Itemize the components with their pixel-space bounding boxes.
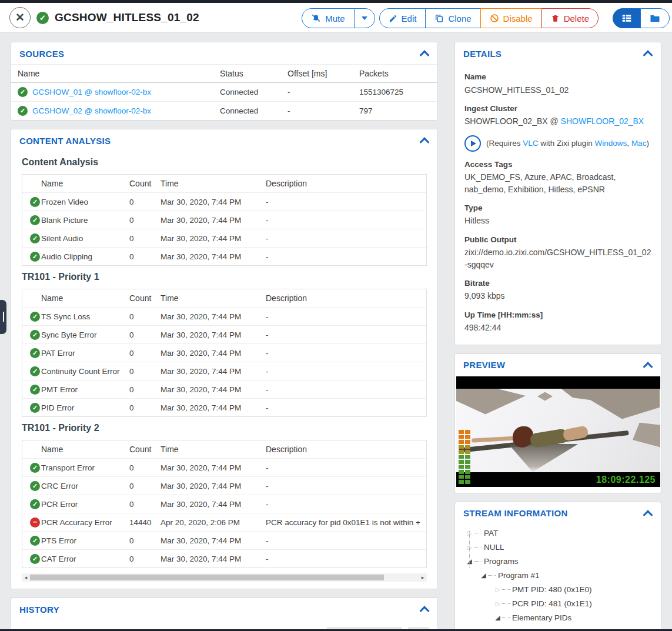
tree-node[interactable]: ▷ PMT PID: 480 (0x1E0): [463, 583, 653, 597]
metric-count: 14440: [129, 518, 161, 527]
tree-toggle-icon[interactable]: ◢: [466, 557, 473, 565]
details-collapse-button[interactable]: [643, 48, 653, 59]
close-button[interactable]: ✕: [9, 7, 31, 28]
tree-toggle-icon[interactable]: ▷: [466, 530, 473, 536]
table-row: Continuity Count Error 0 Mar 30, 2020, 7…: [22, 362, 426, 380]
horizontal-scrollbar[interactable]: ◂ ▸: [22, 573, 427, 582]
vlc-link[interactable]: VLC: [523, 139, 538, 148]
grid-view-button[interactable]: [613, 8, 641, 28]
check-circle-icon: [30, 481, 40, 491]
table-body: Transport Error 0 Mar 30, 2020, 7:44 PM …: [22, 458, 426, 567]
tree-toggle-icon[interactable]: ▷: [466, 544, 473, 550]
side-drawer-handle[interactable]: [0, 300, 6, 334]
details-panel-header: DETAILS: [455, 42, 661, 64]
preview-collapse-button[interactable]: [643, 359, 653, 371]
scrollbar-track[interactable]: [30, 574, 419, 581]
check-circle-icon: [30, 233, 40, 243]
source-link[interactable]: GCSHOW_01 @ showfloor-02-bx: [32, 88, 151, 96]
folder-icon: [650, 14, 660, 23]
play-row: (Requires VLC with Zixi plugin Windows, …: [464, 135, 651, 152]
tree-toggle-icon[interactable]: ▷: [494, 600, 502, 607]
metric-description: -: [266, 482, 426, 490]
tree-node[interactable]: ◢ Elementary PIDs: [463, 611, 653, 625]
audio-level-meter: [459, 430, 470, 484]
content-analysis-collapse-button[interactable]: [420, 135, 429, 146]
mute-button[interactable]: Mute: [302, 8, 354, 28]
table-row: CAT Error 0 Mar 30, 2020, 7:44 PM -: [22, 549, 426, 567]
tree-node[interactable]: ▷ NULL: [463, 540, 653, 555]
copy-icon: [434, 14, 444, 23]
scroll-left-arrow-icon[interactable]: ◂: [22, 573, 30, 582]
video-preview[interactable]: 18:09:22.125: [456, 376, 660, 487]
play-note: (Requires VLC with Zixi plugin Windows, …: [486, 138, 649, 149]
section-heading-tr101-p1: TR101 - Priority 1: [22, 272, 427, 282]
tree-toggle-icon[interactable]: ◢: [494, 614, 502, 622]
metric-description: -: [266, 385, 426, 394]
meter-segment: [459, 435, 464, 439]
disable-button[interactable]: Disable: [480, 8, 542, 28]
play-button[interactable]: [464, 135, 481, 152]
delete-button[interactable]: Delete: [541, 8, 599, 28]
mute-dropdown-button[interactable]: [354, 8, 375, 28]
window-top-edge: [0, 0, 672, 3]
stream-tree: ▷ PAT ▷ NULL ◢ Programs ◢ Program #1 ▷ P…: [463, 526, 653, 631]
table-row: PAT Error 0 Mar 30, 2020, 7:44 PM -: [22, 343, 426, 362]
clone-button[interactable]: Clone: [425, 8, 480, 28]
table-header-row: Name Count Time Description: [22, 440, 426, 458]
history-collapse-button[interactable]: [420, 603, 429, 615]
history-panel: HISTORY Last 24 hours ↻: [11, 597, 438, 631]
edit-label: Edit: [402, 14, 417, 24]
metric-count: 0: [129, 216, 161, 225]
column-header-count: Count: [129, 179, 161, 188]
scroll-right-arrow-icon[interactable]: ▸: [419, 573, 427, 582]
ingest-cluster-link[interactable]: SHOWFLOOR_02_BX: [561, 116, 644, 126]
field-label-access-tags: Access Tags: [464, 159, 651, 171]
metric-name: CRC Error: [41, 482, 129, 490]
scrollbar-thumb[interactable]: [30, 575, 384, 580]
mute-icon: [311, 14, 321, 24]
play-note-middle: with Zixi plugin: [539, 139, 595, 148]
metric-description: -: [266, 198, 426, 206]
stream-information-panel: STREAM INFORMATION ▷ PAT ▷ NULL ◢ Progra…: [454, 502, 661, 631]
preview-panel-title: PREVIEW: [463, 360, 505, 370]
column-header-count: Count: [129, 293, 161, 303]
table-body: Frozen Video 0 Mar 30, 2020, 7:44 PM - B…: [22, 192, 426, 265]
table-row: GCSHOW_02 @ showfloor-02-bx Connected - …: [11, 101, 437, 120]
tree-toggle-icon[interactable]: ▷: [494, 586, 502, 593]
tree-connector: [488, 575, 496, 576]
tree-toggle-icon[interactable]: ◢: [480, 572, 487, 579]
chevron-up-icon: [420, 50, 430, 60]
tree-node[interactable]: ▷ PAT: [463, 526, 653, 540]
table-row: PID Error 0 Mar 30, 2020, 7:44 PM -: [22, 398, 426, 416]
mac-link[interactable]: Mac: [631, 139, 647, 148]
windows-link[interactable]: Windows: [595, 139, 627, 148]
tree-node-label: PAT: [484, 529, 498, 537]
sources-collapse-button[interactable]: [420, 48, 429, 59]
status-cell: [22, 518, 41, 527]
edit-button[interactable]: Edit: [379, 8, 426, 28]
column-header-time: Time: [161, 445, 266, 454]
check-circle-icon: [30, 554, 40, 564]
status-cell: [22, 233, 41, 243]
tree-connector: [502, 617, 510, 618]
tree-node[interactable]: ▷ PCR PID: 481 (0x1E1): [463, 597, 653, 611]
metric-name: Transport Error: [41, 463, 129, 472]
close-icon: ✕: [15, 12, 25, 23]
tree-node[interactable]: ◢ Programs: [463, 555, 653, 569]
sources-table-body: GCSHOW_01 @ showfloor-02-bx Connected - …: [11, 83, 437, 120]
play-note-prefix: (Requires: [486, 139, 523, 148]
folder-view-button[interactable]: [640, 8, 670, 28]
view-toggle-group: [613, 8, 670, 28]
minus-circle-icon: [30, 518, 40, 527]
source-link[interactable]: GCSHOW_02 @ showfloor-02-bx: [32, 106, 151, 115]
meter-segment: [459, 445, 464, 449]
play-note-separator: ,: [627, 139, 631, 148]
metric-time: Mar 30, 2020, 7:44 PM: [161, 463, 266, 472]
field-label-name: Name: [464, 71, 651, 83]
metric-count: 0: [129, 367, 161, 376]
metric-description: -: [266, 536, 426, 545]
column-header-description: Description: [266, 293, 426, 303]
column-header-description: Description: [266, 179, 426, 188]
tree-node[interactable]: ◢ Program #1: [463, 569, 653, 583]
stream-information-collapse-button[interactable]: [643, 508, 653, 519]
